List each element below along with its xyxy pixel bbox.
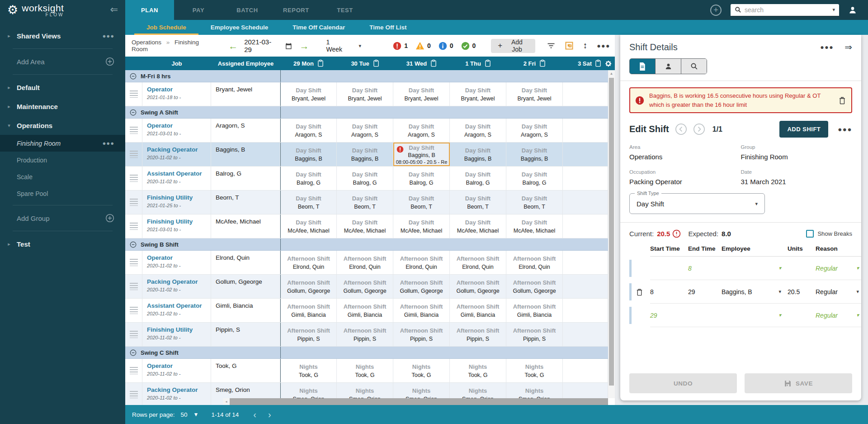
employee-caret-icon[interactable]: ▾ bbox=[778, 312, 781, 318]
shift-cell[interactable]: Afternoon ShiftPippin, S bbox=[506, 323, 563, 346]
delete-entry-icon[interactable] bbox=[636, 288, 643, 296]
shift-cell[interactable]: Day ShiftBaggins, B bbox=[280, 143, 337, 166]
sidebar-item-shared-views[interactable]: ▸Shared Views●●● bbox=[0, 26, 125, 45]
horizontal-scroll-thumb[interactable] bbox=[230, 398, 608, 405]
next-page-icon[interactable]: › bbox=[268, 410, 271, 420]
item-more-icon[interactable]: ●●● bbox=[102, 140, 114, 147]
shift-cell[interactable]: Day ShiftBeorn, T bbox=[280, 191, 337, 214]
job-link[interactable]: Packing Operator bbox=[147, 278, 207, 285]
shift-cell[interactable]: Afternoon ShiftGimli, Biancia bbox=[280, 299, 337, 322]
shift-cell[interactable]: NightsTook, G bbox=[280, 359, 337, 382]
sidebar-item-test[interactable]: ▸Test bbox=[0, 234, 125, 253]
row-drag-handle[interactable] bbox=[125, 323, 142, 346]
empty-shift-cell[interactable] bbox=[563, 251, 608, 274]
shift-cell[interactable]: Day ShiftMcAfee, Michael bbox=[337, 214, 393, 238]
shift-cell[interactable]: Day ShiftBryant, Jewel bbox=[393, 82, 450, 106]
horizontal-scrollbar[interactable]: ◂ bbox=[223, 398, 608, 405]
employee-cell[interactable]: ▾ bbox=[722, 257, 788, 280]
global-search-box[interactable]: ▾ bbox=[731, 4, 839, 16]
badge-error[interactable]: 1 bbox=[393, 42, 408, 50]
shift-cell[interactable]: Day ShiftAragorn, S bbox=[337, 119, 393, 142]
shift-cell[interactable]: Afternoon ShiftPippin, S bbox=[450, 323, 506, 346]
job-link[interactable]: Operator bbox=[147, 86, 207, 93]
job-link[interactable]: Finishing Utility bbox=[147, 218, 207, 225]
reason-caret-icon[interactable]: ▾ bbox=[856, 312, 859, 318]
shift-cell[interactable]: Day ShiftBeorn, T bbox=[450, 191, 506, 214]
main-tab-report[interactable]: REPORT bbox=[272, 0, 321, 20]
shift-cell[interactable]: Day ShiftBalrog, G bbox=[450, 167, 506, 190]
grid-settings-gear-icon[interactable] bbox=[604, 60, 612, 67]
group-header[interactable]: M-Fri 8 hrs bbox=[125, 70, 608, 82]
shift-cell[interactable]: Afternoon ShiftGimli, Biancia bbox=[393, 299, 450, 322]
main-tab-pay[interactable]: PAY bbox=[174, 0, 223, 20]
row-drag-handle[interactable] bbox=[125, 82, 142, 106]
shift-cell[interactable]: Day ShiftBaggins, B08:00-05:00 - 20.5 - … bbox=[393, 143, 450, 166]
empty-shift-cell[interactable] bbox=[563, 323, 608, 346]
employee-caret-icon[interactable]: ▾ bbox=[778, 265, 781, 271]
empty-shift-cell[interactable] bbox=[563, 143, 608, 166]
main-tab-batch[interactable]: BATCH bbox=[223, 0, 272, 20]
shift-cell[interactable]: NightsTook, G bbox=[393, 359, 450, 382]
end-time-cell[interactable]: 29 bbox=[688, 280, 722, 304]
row-drag-handle[interactable] bbox=[125, 191, 142, 214]
job-link[interactable]: Finishing Utility bbox=[147, 326, 207, 333]
date-value[interactable]: 2021-03-29 bbox=[244, 38, 278, 53]
prev-shift-icon[interactable] bbox=[675, 123, 687, 135]
clipboard-icon[interactable] bbox=[595, 60, 601, 67]
job-link[interactable]: Packing Operator bbox=[147, 386, 207, 393]
start-time-cell[interactable] bbox=[650, 257, 688, 280]
shift-cell[interactable]: Afternoon ShiftElrond, Quin bbox=[393, 251, 450, 274]
row-drag-handle[interactable] bbox=[125, 383, 142, 405]
shift-cell[interactable]: Day ShiftAragorn, S bbox=[450, 119, 506, 142]
empty-shift-cell[interactable] bbox=[563, 214, 608, 238]
empty-shift-cell[interactable] bbox=[563, 82, 608, 106]
shift-cell[interactable]: Day ShiftBalrog, G bbox=[280, 167, 337, 190]
collapse-group-icon[interactable] bbox=[130, 241, 137, 248]
prev-week-arrow[interactable]: ← bbox=[228, 41, 238, 51]
collapse-group-icon[interactable] bbox=[130, 73, 137, 80]
row-drag-handle[interactable] bbox=[125, 275, 142, 298]
shift-cell[interactable]: Afternoon ShiftElrond, Quin bbox=[450, 251, 506, 274]
sidebar-item-add-group[interactable]: Add Group bbox=[0, 209, 125, 228]
tab-search[interactable] bbox=[681, 59, 707, 74]
sidebar-item-add-area[interactable]: Add Area bbox=[0, 52, 125, 71]
start-time-cell[interactable]: 29 bbox=[650, 304, 688, 327]
units-cell[interactable] bbox=[788, 304, 816, 327]
job-link[interactable]: Assistant Operator bbox=[147, 170, 207, 177]
badge-warning[interactable]: 0 bbox=[415, 42, 431, 50]
global-add-icon[interactable]: + bbox=[710, 5, 722, 16]
shift-cell[interactable]: Afternoon ShiftPippin, S bbox=[337, 323, 393, 346]
shift-cell[interactable]: Day ShiftBaggins, B bbox=[506, 143, 563, 166]
row-drag-handle[interactable] bbox=[125, 143, 142, 166]
shift-cell[interactable]: Afternoon ShiftElrond, Quin bbox=[506, 251, 563, 274]
job-link[interactable]: Operator bbox=[147, 254, 207, 261]
shift-cell[interactable]: Day ShiftBryant, Jewel bbox=[337, 82, 393, 106]
row-drag-handle[interactable] bbox=[125, 167, 142, 190]
units-cell[interactable]: 20.5 bbox=[788, 280, 816, 304]
shift-cell[interactable]: Day ShiftAragorn, S bbox=[280, 119, 337, 142]
breadcrumb-parent[interactable]: Operations bbox=[132, 39, 161, 46]
shift-cell[interactable]: Afternoon ShiftGimli, Biancia bbox=[506, 299, 563, 322]
shift-cell[interactable]: Afternoon ShiftGollum, Ggeorge bbox=[280, 275, 337, 298]
badge-info[interactable]: 0 bbox=[439, 42, 453, 50]
delete-alert-icon[interactable] bbox=[838, 96, 846, 105]
subtab-time-off-calendar[interactable]: Time Off Calendar bbox=[280, 20, 357, 35]
clipboard-icon[interactable] bbox=[317, 60, 324, 67]
sidebar-subitem-production[interactable]: Production bbox=[0, 152, 125, 168]
shift-cell[interactable]: Afternoon ShiftElrond, Quin bbox=[280, 251, 337, 274]
badge-success[interactable]: 0 bbox=[461, 42, 476, 50]
shift-cell[interactable]: Afternoon ShiftGollum, Ggeorge bbox=[337, 275, 393, 298]
sidebar-subitem-scale[interactable]: Scale bbox=[0, 168, 125, 185]
row-drag-handle[interactable] bbox=[125, 119, 142, 142]
shift-cell[interactable]: Day ShiftBeorn, T bbox=[337, 191, 393, 214]
show-breaks-toggle[interactable]: Show Breaks bbox=[806, 230, 852, 238]
shift-cell[interactable]: Day ShiftMcAfee, Michael bbox=[280, 214, 337, 238]
add-icon[interactable] bbox=[105, 214, 114, 223]
empty-shift-cell[interactable] bbox=[563, 299, 608, 322]
shift-cell[interactable]: NightsTook, G bbox=[506, 359, 563, 382]
employee-caret-icon[interactable]: ▾ bbox=[778, 289, 781, 295]
row-drag-handle[interactable] bbox=[125, 251, 142, 274]
expand-rows-icon[interactable]: ↕ bbox=[583, 41, 588, 51]
group-header[interactable]: Swing A Shift bbox=[125, 106, 608, 119]
main-tab-test[interactable]: TEST bbox=[321, 0, 369, 20]
